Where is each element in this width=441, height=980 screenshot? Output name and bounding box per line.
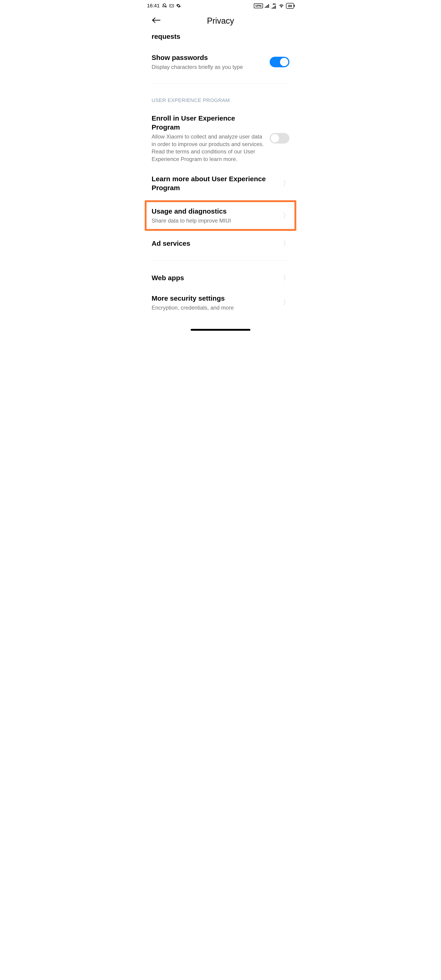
volume-icon [169,4,174,7]
back-arrow-icon[interactable] [151,16,161,26]
item-enroll-uep[interactable]: Enroll in User Experience Program Allow … [151,108,290,169]
usage-diag-title: Usage and diagnostics [151,207,276,216]
chevron-right-icon: 〉 [283,298,290,307]
home-indicator[interactable] [191,329,250,331]
svg-rect-9 [274,6,275,9]
signal-icon-2 [272,5,277,9]
svg-rect-6 [268,4,269,8]
chevron-right-icon: 〉 [283,179,290,188]
svg-rect-8 [273,7,274,9]
item-show-passwords[interactable]: Show passwords Display characters briefl… [151,47,290,76]
show-passwords-title: Show passwords [151,53,265,62]
svg-point-2 [172,5,173,6]
svg-rect-4 [266,6,267,8]
gear-icon [176,3,181,8]
wifi-icon [279,3,284,8]
show-passwords-toggle[interactable] [270,57,290,67]
svg-rect-7 [272,8,272,9]
chevron-right-icon: 〉 [283,239,290,248]
notification-mute-icon [162,3,167,8]
ad-services-title: Ad services [151,239,276,248]
section-header-user-experience: USER EXPERIENCE PROGRAM [151,91,290,108]
chevron-right-icon: 〉 [283,211,290,220]
network-type: 4G [273,3,276,5]
enroll-subtitle: Allow Xiaomi to collect and analyze user… [151,133,265,163]
signal-icon-1 [265,4,270,8]
more-security-title: More security settings [151,294,276,303]
vpn-badge: VPN [254,3,263,8]
web-apps-title: Web apps [151,273,276,282]
learn-more-title: Learn more about User Experience Program [151,174,276,192]
svg-rect-5 [267,5,268,8]
usage-diag-subtitle: Share data to help improve MIUI [151,217,276,224]
page-header: Privacy [140,11,301,33]
enroll-toggle[interactable] [270,133,290,143]
item-web-apps[interactable]: Web apps 〉 [151,267,290,288]
item-more-security[interactable]: More security settings Encryption, crede… [151,288,290,317]
battery-badge: 88 [286,3,294,9]
divider [151,83,290,84]
page-title: Privacy [147,16,294,26]
status-time: 16:41 [147,3,160,9]
svg-rect-3 [265,7,266,8]
partial-item-requests: requests [151,33,290,47]
item-learn-more-uep[interactable]: Learn more about User Experience Program… [151,169,290,198]
svg-rect-10 [275,6,276,9]
svg-point-1 [170,5,171,6]
item-ad-services[interactable]: Ad services 〉 [151,233,290,253]
chevron-right-icon: 〉 [283,274,290,282]
more-security-subtitle: Encryption, credentials, and more [151,304,276,312]
show-passwords-subtitle: Display characters briefly as you type [151,64,265,71]
status-bar: 16:41 VPN 4G 88 [140,0,301,11]
item-usage-diagnostics[interactable]: Usage and diagnostics Share data to help… [145,200,296,231]
svg-rect-0 [169,4,174,7]
enroll-title: Enroll in User Experience Program [151,114,265,132]
